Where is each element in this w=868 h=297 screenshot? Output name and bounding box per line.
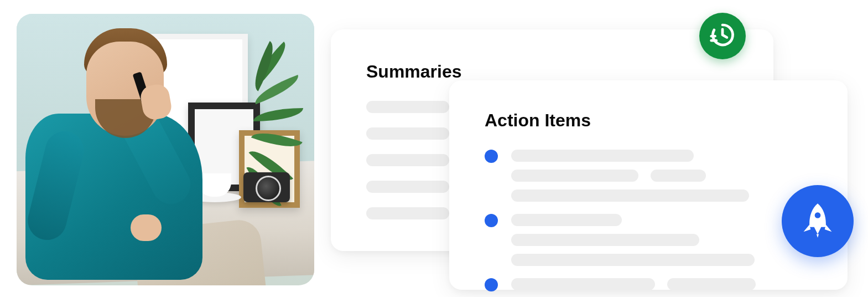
skeleton-line <box>366 207 449 219</box>
skeleton-line <box>511 170 638 182</box>
photo-person <box>20 36 230 285</box>
skeleton-line <box>511 234 699 246</box>
skeleton-line <box>667 278 756 290</box>
action-item-row <box>485 278 812 291</box>
skeleton-line <box>511 190 749 202</box>
skeleton-line <box>366 127 449 140</box>
skeleton-line <box>511 278 655 290</box>
skeleton-line <box>366 154 449 166</box>
action-items-title: Action Items <box>485 110 812 131</box>
skeleton-line <box>511 150 694 162</box>
hero-photo <box>17 14 314 285</box>
svg-point-0 <box>815 212 821 218</box>
history-clock-icon <box>708 20 737 52</box>
skeleton-line <box>366 181 449 193</box>
action-items-card: Action Items <box>449 80 848 290</box>
summaries-title: Summaries <box>366 62 738 82</box>
skeleton-line <box>511 254 755 266</box>
action-item-skeleton <box>511 278 812 290</box>
action-item-row <box>485 150 812 202</box>
rocket-badge[interactable] <box>782 185 854 257</box>
photo-camera <box>243 172 290 202</box>
bullet-icon <box>485 278 498 291</box>
bullet-icon <box>485 214 498 227</box>
action-item-row <box>485 214 812 266</box>
action-item-skeleton <box>511 214 812 266</box>
cards-area: Summaries Action Items <box>314 14 868 297</box>
action-item-skeleton <box>511 150 812 202</box>
rocket-icon <box>799 201 836 241</box>
history-clock-badge <box>699 13 746 59</box>
layout-container: Summaries Action Items <box>0 0 868 297</box>
skeleton-line <box>511 214 622 226</box>
bullet-icon <box>485 150 498 163</box>
skeleton-line <box>651 170 706 182</box>
skeleton-line <box>366 101 449 113</box>
